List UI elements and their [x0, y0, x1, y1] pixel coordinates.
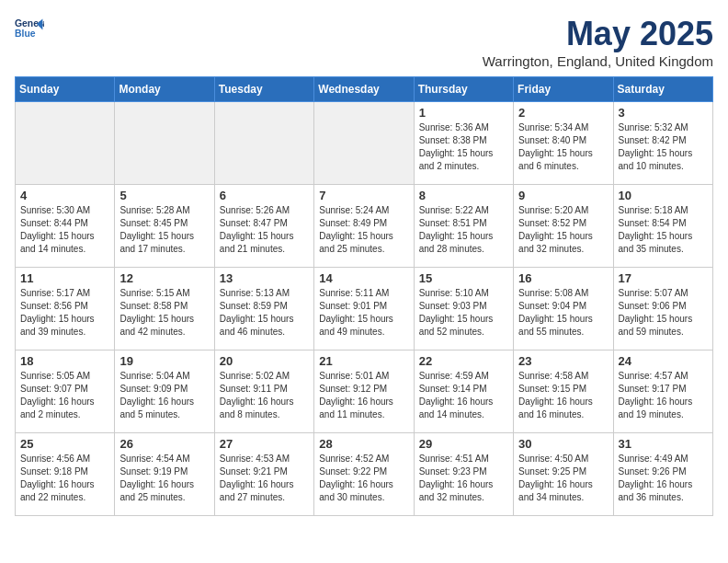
day-number: 24 — [619, 354, 708, 368]
day-number: 18 — [20, 354, 109, 368]
day-info: Sunrise: 4:49 AM Sunset: 9:26 PM Dayligh… — [619, 453, 708, 504]
calendar-cell: 17Sunrise: 5:07 AM Sunset: 9:06 PM Dayli… — [613, 268, 712, 350]
day-number: 31 — [619, 437, 708, 451]
day-number: 20 — [220, 354, 309, 368]
day-number: 22 — [419, 354, 508, 368]
weekday-header-monday: Monday — [115, 77, 214, 102]
day-number: 21 — [319, 354, 408, 368]
title-block: May 2025 Warrington, England, United Kin… — [483, 15, 713, 69]
calendar-cell — [115, 102, 214, 185]
day-info: Sunrise: 4:53 AM Sunset: 9:21 PM Dayligh… — [220, 453, 309, 504]
calendar-cell: 1Sunrise: 5:36 AM Sunset: 8:38 PM Daylig… — [414, 102, 513, 185]
calendar-cell: 21Sunrise: 5:01 AM Sunset: 9:12 PM Dayli… — [314, 350, 414, 433]
weekday-header-sunday: Sunday — [16, 77, 115, 102]
weekday-header-saturday: Saturday — [613, 77, 712, 102]
day-info: Sunrise: 5:01 AM Sunset: 9:12 PM Dayligh… — [319, 370, 408, 421]
day-info: Sunrise: 5:30 AM Sunset: 8:44 PM Dayligh… — [20, 204, 109, 256]
calendar-cell: 10Sunrise: 5:18 AM Sunset: 8:54 PM Dayli… — [613, 185, 712, 268]
day-info: Sunrise: 5:22 AM Sunset: 8:51 PM Dayligh… — [419, 204, 508, 256]
calendar-cell: 28Sunrise: 4:52 AM Sunset: 9:22 PM Dayli… — [314, 433, 414, 516]
calendar-cell: 6Sunrise: 5:26 AM Sunset: 8:47 PM Daylig… — [214, 185, 313, 268]
calendar-cell: 29Sunrise: 4:51 AM Sunset: 9:23 PM Dayli… — [414, 433, 513, 516]
day-info: Sunrise: 5:15 AM Sunset: 8:58 PM Dayligh… — [119, 287, 209, 339]
day-info: Sunrise: 5:10 AM Sunset: 9:03 PM Dayligh… — [419, 287, 508, 339]
day-number: 5 — [119, 189, 209, 202]
calendar-cell: 8Sunrise: 5:22 AM Sunset: 8:51 PM Daylig… — [414, 185, 513, 268]
day-number: 11 — [20, 271, 109, 285]
day-info: Sunrise: 5:18 AM Sunset: 8:54 PM Dayligh… — [619, 204, 708, 256]
weekday-header-row: SundayMondayTuesdayWednesdayThursdayFrid… — [16, 77, 713, 102]
day-number: 9 — [518, 189, 608, 202]
calendar-cell: 7Sunrise: 5:24 AM Sunset: 8:49 PM Daylig… — [314, 185, 414, 268]
day-number: 10 — [619, 189, 708, 202]
day-info: Sunrise: 5:36 AM Sunset: 8:38 PM Dayligh… — [419, 121, 508, 173]
calendar-cell: 24Sunrise: 4:57 AM Sunset: 9:17 PM Dayli… — [613, 350, 712, 433]
day-number: 30 — [518, 437, 608, 451]
day-number: 25 — [20, 437, 109, 451]
calendar-cell: 12Sunrise: 5:15 AM Sunset: 8:58 PM Dayli… — [115, 268, 214, 350]
day-info: Sunrise: 4:50 AM Sunset: 9:25 PM Dayligh… — [518, 453, 608, 504]
calendar-cell: 16Sunrise: 5:08 AM Sunset: 9:04 PM Dayli… — [514, 268, 613, 350]
day-info: Sunrise: 4:56 AM Sunset: 9:18 PM Dayligh… — [20, 453, 109, 504]
day-info: Sunrise: 4:51 AM Sunset: 9:23 PM Dayligh… — [419, 453, 508, 504]
calendar-cell: 27Sunrise: 4:53 AM Sunset: 9:21 PM Dayli… — [214, 433, 313, 516]
day-info: Sunrise: 5:04 AM Sunset: 9:09 PM Dayligh… — [119, 370, 209, 421]
day-number: 1 — [419, 106, 508, 120]
calendar-cell: 23Sunrise: 4:58 AM Sunset: 9:15 PM Dayli… — [514, 350, 613, 433]
day-number: 7 — [319, 189, 408, 202]
logo-icon: General Blue — [15, 15, 44, 40]
day-number: 14 — [319, 271, 408, 285]
calendar-cell: 31Sunrise: 4:49 AM Sunset: 9:26 PM Dayli… — [613, 433, 712, 516]
calendar-cell: 2Sunrise: 5:34 AM Sunset: 8:40 PM Daylig… — [514, 102, 613, 185]
calendar-cell: 20Sunrise: 5:02 AM Sunset: 9:11 PM Dayli… — [214, 350, 313, 433]
day-info: Sunrise: 4:54 AM Sunset: 9:19 PM Dayligh… — [119, 453, 209, 504]
day-info: Sunrise: 5:17 AM Sunset: 8:56 PM Dayligh… — [20, 287, 109, 339]
day-info: Sunrise: 4:58 AM Sunset: 9:15 PM Dayligh… — [518, 370, 608, 421]
day-number: 3 — [619, 106, 708, 120]
day-number: 12 — [119, 271, 209, 285]
day-info: Sunrise: 5:28 AM Sunset: 8:45 PM Dayligh… — [119, 204, 209, 256]
day-number: 13 — [220, 271, 309, 285]
week-row-5: 25Sunrise: 4:56 AM Sunset: 9:18 PM Dayli… — [16, 433, 713, 516]
logo: General Blue — [15, 15, 44, 40]
day-info: Sunrise: 5:13 AM Sunset: 8:59 PM Dayligh… — [220, 287, 309, 339]
calendar-cell — [16, 102, 115, 185]
day-number: 2 — [518, 106, 608, 120]
calendar-cell: 5Sunrise: 5:28 AM Sunset: 8:45 PM Daylig… — [115, 185, 214, 268]
calendar-cell — [214, 102, 313, 185]
day-info: Sunrise: 5:08 AM Sunset: 9:04 PM Dayligh… — [518, 287, 608, 339]
week-row-2: 4Sunrise: 5:30 AM Sunset: 8:44 PM Daylig… — [16, 185, 713, 268]
weekday-header-wednesday: Wednesday — [314, 77, 414, 102]
calendar-cell: 4Sunrise: 5:30 AM Sunset: 8:44 PM Daylig… — [16, 185, 115, 268]
day-info: Sunrise: 5:07 AM Sunset: 9:06 PM Dayligh… — [619, 287, 708, 339]
calendar-cell: 25Sunrise: 4:56 AM Sunset: 9:18 PM Dayli… — [16, 433, 115, 516]
day-number: 27 — [220, 437, 309, 451]
day-number: 23 — [518, 354, 608, 368]
calendar-cell: 15Sunrise: 5:10 AM Sunset: 9:03 PM Dayli… — [414, 268, 513, 350]
calendar-table: SundayMondayTuesdayWednesdayThursdayFrid… — [15, 76, 713, 516]
day-info: Sunrise: 5:05 AM Sunset: 9:07 PM Dayligh… — [20, 370, 109, 421]
calendar-cell: 30Sunrise: 4:50 AM Sunset: 9:25 PM Dayli… — [514, 433, 613, 516]
calendar-cell: 14Sunrise: 5:11 AM Sunset: 9:01 PM Dayli… — [314, 268, 414, 350]
calendar-cell: 22Sunrise: 4:59 AM Sunset: 9:14 PM Dayli… — [414, 350, 513, 433]
page-header: General Blue May 2025 Warrington, Englan… — [15, 15, 713, 69]
day-info: Sunrise: 5:20 AM Sunset: 8:52 PM Dayligh… — [518, 204, 608, 256]
calendar-cell: 9Sunrise: 5:20 AM Sunset: 8:52 PM Daylig… — [514, 185, 613, 268]
day-number: 17 — [619, 271, 708, 285]
day-info: Sunrise: 5:02 AM Sunset: 9:11 PM Dayligh… — [220, 370, 309, 421]
day-info: Sunrise: 5:34 AM Sunset: 8:40 PM Dayligh… — [518, 121, 608, 173]
day-number: 6 — [220, 189, 309, 202]
calendar-cell: 18Sunrise: 5:05 AM Sunset: 9:07 PM Dayli… — [16, 350, 115, 433]
weekday-header-tuesday: Tuesday — [214, 77, 313, 102]
location: Warrington, England, United Kingdom — [483, 53, 713, 69]
day-number: 26 — [119, 437, 209, 451]
week-row-3: 11Sunrise: 5:17 AM Sunset: 8:56 PM Dayli… — [16, 268, 713, 350]
svg-text:Blue: Blue — [15, 29, 36, 39]
day-number: 28 — [319, 437, 408, 451]
weekday-header-friday: Friday — [514, 77, 613, 102]
week-row-4: 18Sunrise: 5:05 AM Sunset: 9:07 PM Dayli… — [16, 350, 713, 433]
day-info: Sunrise: 4:52 AM Sunset: 9:22 PM Dayligh… — [319, 453, 408, 504]
day-info: Sunrise: 5:26 AM Sunset: 8:47 PM Dayligh… — [220, 204, 309, 256]
day-info: Sunrise: 5:32 AM Sunset: 8:42 PM Dayligh… — [619, 121, 708, 173]
day-number: 8 — [419, 189, 508, 202]
